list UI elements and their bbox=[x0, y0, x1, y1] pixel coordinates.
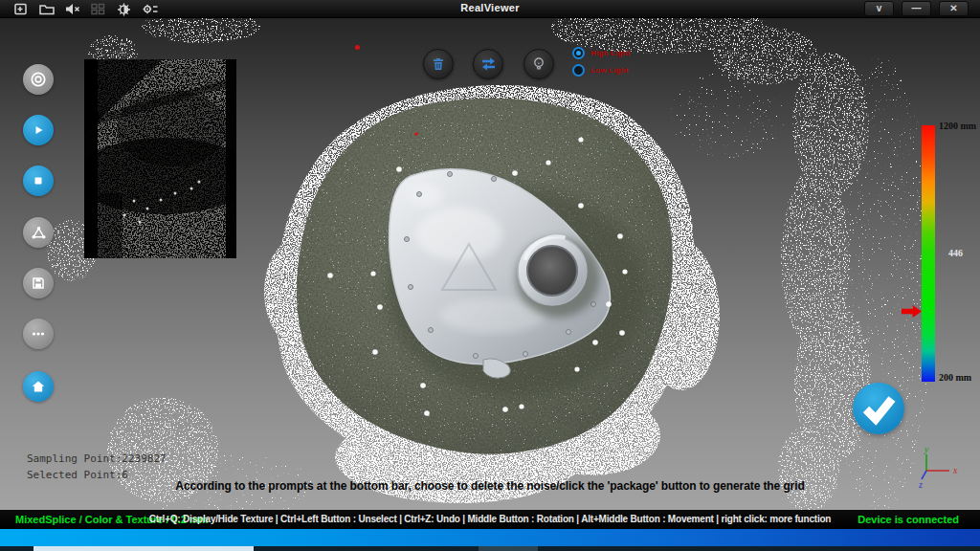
sampling-point-stat: Sampling Point:2239827 bbox=[27, 452, 167, 465]
home-icon bbox=[30, 378, 47, 395]
light-mode-radios: High Light Low Light bbox=[572, 46, 631, 80]
depth-scale-max: 1200 mm bbox=[939, 121, 976, 131]
save-disk-icon bbox=[30, 275, 47, 292]
mesh-triangle-icon bbox=[30, 224, 48, 242]
mesh-button[interactable] bbox=[23, 217, 54, 248]
record-indicator-dot bbox=[355, 45, 360, 50]
low-light-label: Low Light bbox=[590, 66, 629, 75]
desktop-strip bbox=[0, 529, 980, 546]
red-speck bbox=[414, 132, 418, 136]
ellipsis-icon bbox=[30, 325, 47, 342]
depth-scale-min: 200 mm bbox=[939, 372, 971, 383]
window-controls: v — ✕ bbox=[864, 1, 969, 16]
stop-icon bbox=[30, 172, 47, 189]
high-light-label: High Light bbox=[590, 49, 631, 57]
home-button[interactable] bbox=[23, 371, 54, 402]
swap-direction-button[interactable] bbox=[473, 49, 503, 79]
minimize-button[interactable]: — bbox=[902, 1, 931, 16]
stop-scan-button[interactable] bbox=[23, 165, 54, 196]
depth-scale-mid: 446 bbox=[948, 248, 963, 258]
taskbar-strip bbox=[0, 546, 980, 551]
eye-icon bbox=[29, 70, 48, 89]
camera-preview-image bbox=[84, 59, 236, 258]
workflow-hint: According to the prompts at the bottom b… bbox=[0, 479, 980, 493]
camera-preview bbox=[84, 59, 236, 258]
close-button[interactable]: ✕ bbox=[939, 1, 969, 16]
confirm-check-icon bbox=[853, 383, 904, 434]
realviewer-window: RealViewer v — ✕ bbox=[0, 0, 980, 551]
save-button[interactable] bbox=[23, 268, 54, 298]
depth-scale-bar bbox=[922, 125, 935, 382]
window-menu-button[interactable]: v bbox=[864, 1, 894, 16]
status-bar: MixedSplice / Color & Texture / 0.2 mm C… bbox=[0, 510, 980, 529]
shortcut-help: Ctrl+Q: Display/Hide Texture | Ctrl+Left… bbox=[149, 510, 832, 529]
light-bulb-icon bbox=[530, 55, 547, 73]
delete-noise-button[interactable] bbox=[423, 49, 454, 79]
low-light-radio-ring bbox=[572, 64, 585, 77]
low-light-radio[interactable]: Low Light bbox=[572, 63, 631, 77]
confirm-button[interactable] bbox=[853, 383, 904, 434]
axis-x-label: x bbox=[952, 465, 958, 475]
trash-icon bbox=[430, 55, 447, 73]
high-light-radio-ring bbox=[572, 47, 585, 59]
titlebar: RealViewer v — ✕ bbox=[0, 0, 980, 18]
visibility-button[interactable] bbox=[23, 64, 54, 95]
app-title: RealViewer bbox=[0, 2, 980, 13]
taskbar-active-app[interactable] bbox=[33, 546, 254, 551]
axis-y-label: y bbox=[924, 446, 929, 454]
more-options-button[interactable] bbox=[23, 319, 54, 349]
taskbar-item[interactable] bbox=[479, 546, 538, 551]
device-status: Device is connected bbox=[858, 510, 959, 529]
high-light-radio[interactable]: High Light bbox=[572, 46, 631, 59]
play-icon bbox=[30, 121, 47, 139]
swap-arrows-icon bbox=[479, 55, 498, 73]
light-toggle-button[interactable] bbox=[523, 49, 554, 79]
play-scan-button[interactable] bbox=[23, 115, 54, 145]
